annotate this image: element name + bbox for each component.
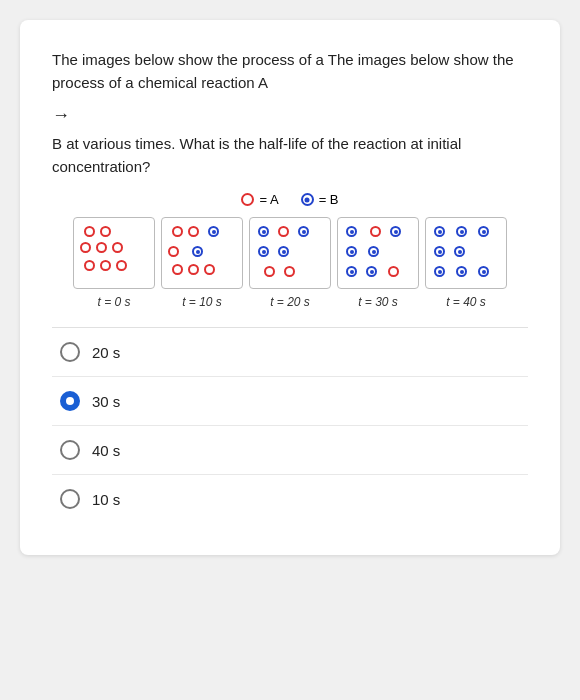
dot-a <box>204 264 215 275</box>
dot-b <box>346 266 357 277</box>
diagram-t30: t = 30 s <box>337 217 419 309</box>
dot-b <box>456 266 467 277</box>
legend-a: = A <box>241 192 278 207</box>
dot-b <box>278 246 289 257</box>
dot-b <box>192 246 203 257</box>
dot-b <box>208 226 219 237</box>
diagram-t0: t = 0 s <box>73 217 155 309</box>
option-40s[interactable]: 40 s <box>52 426 528 475</box>
diagram-box-t20 <box>249 217 331 289</box>
diagram-t40: t = 40 s <box>425 217 507 309</box>
dot-b <box>456 226 467 237</box>
question-line1: The images below show the process of a T… <box>52 48 528 95</box>
dot-a <box>278 226 289 237</box>
dot-a <box>100 226 111 237</box>
radio-30s-inner <box>66 397 74 405</box>
option-30s[interactable]: 30 s <box>52 377 528 426</box>
arrow-symbol: → <box>52 105 528 126</box>
dot-b <box>366 266 377 277</box>
dot-b <box>478 226 489 237</box>
dot-b <box>434 266 445 277</box>
option-20s-label: 20 s <box>92 344 120 361</box>
dot-b <box>258 226 269 237</box>
dot-a <box>188 264 199 275</box>
diagram-box-t10 <box>161 217 243 289</box>
time-label-t20: t = 20 s <box>270 295 310 309</box>
dot-b <box>368 246 379 257</box>
dot-b <box>454 246 465 257</box>
legend-a-label: = A <box>259 192 278 207</box>
diagram-t10: t = 10 s <box>161 217 243 309</box>
dot-a <box>84 226 95 237</box>
radio-30s[interactable] <box>60 391 80 411</box>
dot-a <box>116 260 127 271</box>
dot-a <box>388 266 399 277</box>
question-line2: B at various times. What is the half-lif… <box>52 132 528 179</box>
diagram-box-t0 <box>73 217 155 289</box>
diagram-t20: t = 20 s <box>249 217 331 309</box>
radio-40s[interactable] <box>60 440 80 460</box>
dot-a <box>84 260 95 271</box>
legend-a-circle <box>241 193 254 206</box>
legend-b: = B <box>301 192 339 207</box>
main-card: The images below show the process of a T… <box>20 20 560 555</box>
option-10s-label: 10 s <box>92 491 120 508</box>
dot-b <box>258 246 269 257</box>
diagrams-row: t = 0 s t = 10 s <box>52 217 528 309</box>
dot-a <box>284 266 295 277</box>
diagram-box-t30 <box>337 217 419 289</box>
option-40s-label: 40 s <box>92 442 120 459</box>
dot-a <box>264 266 275 277</box>
time-label-t10: t = 10 s <box>182 295 222 309</box>
dot-a <box>188 226 199 237</box>
dot-a <box>80 242 91 253</box>
time-label-t40: t = 40 s <box>446 295 486 309</box>
time-label-t0: t = 0 s <box>97 295 130 309</box>
dot-b <box>298 226 309 237</box>
dot-b <box>478 266 489 277</box>
dot-a <box>100 260 111 271</box>
radio-20s[interactable] <box>60 342 80 362</box>
legend-row: = A = B <box>52 192 528 207</box>
dot-a <box>112 242 123 253</box>
dot-b <box>346 246 357 257</box>
dot-b <box>434 226 445 237</box>
time-label-t30: t = 30 s <box>358 295 398 309</box>
legend-b-label: = B <box>319 192 339 207</box>
legend-b-circle <box>301 193 314 206</box>
dot-b <box>434 246 445 257</box>
option-20s[interactable]: 20 s <box>52 328 528 377</box>
option-10s[interactable]: 10 s <box>52 475 528 523</box>
dot-a <box>172 226 183 237</box>
dot-b <box>390 226 401 237</box>
option-30s-label: 30 s <box>92 393 120 410</box>
dot-a <box>96 242 107 253</box>
radio-10s[interactable] <box>60 489 80 509</box>
dot-a <box>172 264 183 275</box>
diagram-box-t40 <box>425 217 507 289</box>
dot-b <box>346 226 357 237</box>
dot-a <box>168 246 179 257</box>
dot-a <box>370 226 381 237</box>
